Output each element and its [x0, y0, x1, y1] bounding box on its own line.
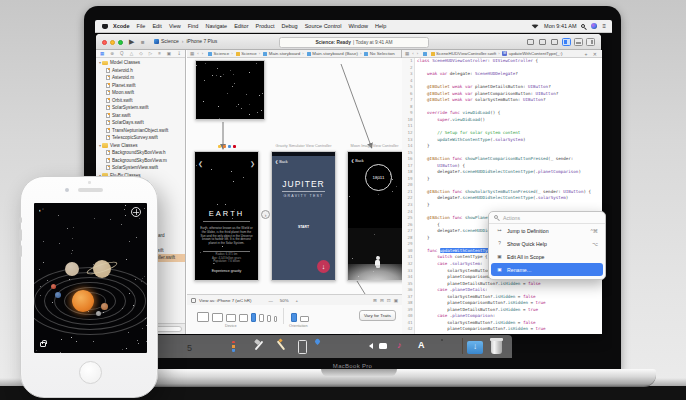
notification-center-icon[interactable]: ≡	[602, 23, 606, 29]
spotlight-icon[interactable]	[581, 24, 586, 29]
file-row[interactable]: BackgroundSkyBoxView.h	[96, 149, 185, 157]
disclosure-triangle-icon[interactable]: ▾	[99, 60, 101, 65]
siri-menu-icon[interactable]	[591, 23, 597, 29]
zoom-level[interactable]: 50%	[280, 298, 289, 303]
disclosure-triangle-icon[interactable]: ▾	[99, 143, 101, 148]
zoom-window-button[interactable]	[118, 40, 123, 45]
related-items-icon[interactable]: ▦	[190, 51, 194, 56]
breakpoint-navigator-icon[interactable]: ▣	[167, 51, 171, 56]
file-name[interactable]: SceneHUDViewController.swift	[436, 51, 496, 56]
device-option[interactable]	[274, 316, 278, 322]
related-items-icon[interactable]: ▦	[405, 51, 409, 56]
menu-item-file[interactable]: File	[137, 23, 146, 29]
breadcrumb-segment[interactable]: Main.storyboard	[269, 51, 300, 56]
menu-item-view[interactable]: View	[169, 23, 181, 29]
standard-editor-button[interactable]	[526, 38, 535, 46]
storyboard-scene-moon[interactable]: ❮ Back 18011	[347, 151, 402, 281]
report-navigator-icon[interactable]: ↧	[177, 51, 181, 56]
device-option[interactable]	[226, 314, 236, 323]
forward-icon[interactable]: ›	[202, 51, 203, 56]
menu-item-window[interactable]: Window	[348, 23, 368, 29]
menu-item-rename-[interactable]: ▣Rename…	[491, 263, 603, 276]
assistant-tab-ops[interactable]: + ✕	[585, 51, 600, 57]
menu-app-name[interactable]: Xcode	[113, 23, 130, 29]
device-option[interactable]	[239, 314, 248, 322]
debug-navigator-icon[interactable]: ≡	[158, 51, 161, 56]
find-navigator-icon[interactable]: △	[130, 51, 133, 56]
menu-item-editor[interactable]: Editor	[234, 23, 248, 29]
stop-button[interactable]: ■	[141, 39, 145, 45]
file-row[interactable]: SolarSystem.swift	[96, 104, 185, 112]
zoom-out-button[interactable]: —	[268, 298, 272, 303]
back-icon[interactable]: ‹	[197, 51, 198, 56]
file-row[interactable]: Planet.swift	[96, 82, 185, 90]
file-row[interactable]: Orbit.swift	[96, 97, 185, 105]
pin-icon[interactable]: ⊟	[380, 298, 384, 303]
dock-icon-downloads[interactable]	[466, 337, 484, 355]
menu-item-navigate[interactable]: Navigate	[205, 23, 227, 29]
storyboard-scene-starfield[interactable]	[195, 60, 265, 120]
device-option[interactable]	[197, 312, 209, 322]
landscape-orientation[interactable]	[300, 316, 309, 322]
menu-item-jump-to-definition[interactable]: ↦Jump to Definition^⌘	[491, 224, 603, 237]
run-button[interactable]: ▶	[129, 38, 134, 46]
menu-item-product[interactable]: Product	[256, 23, 275, 29]
actions-search-row[interactable]: Actions	[489, 212, 605, 224]
minimize-window-button[interactable]	[110, 40, 115, 45]
embed-icon[interactable]: ▣	[394, 298, 398, 303]
menu-item-edit[interactable]: Edit	[152, 23, 161, 29]
menu-item-edit-all-in-scope[interactable]: ▣Edit All in Scope	[491, 250, 603, 263]
zoom-in-button[interactable]: +	[296, 298, 299, 303]
device-preview-icon[interactable]	[191, 298, 196, 303]
device-option[interactable]	[212, 313, 223, 322]
storyboard-canvas[interactable]: Gravity Simulator View Controller Moon I…	[187, 58, 402, 294]
device-option-selected[interactable]	[251, 313, 256, 322]
file-row[interactable]: Moon.swift	[96, 89, 185, 97]
device-option[interactable]	[267, 315, 271, 322]
source-code-editor[interactable]: 1234567891011121314151617181920212223242…	[402, 58, 602, 334]
breadcrumb-segment[interactable]: Main.storyboard (Base)	[312, 51, 358, 56]
menu-clock[interactable]: Mon 9:41 AM	[544, 23, 576, 29]
breadcrumb-segment[interactable]: Science	[214, 51, 230, 56]
storyboard-scene-jupiter[interactable]: ❮ Back JUPITER GRAVITY TEST START ↓	[271, 151, 336, 281]
test-navigator-icon[interactable]: ▷	[149, 51, 152, 56]
assistant-jump-bar[interactable]: ▦ ‹ › SceneHUDViewController.swift › M u…	[402, 50, 602, 58]
issue-navigator-icon[interactable]: ◇	[139, 51, 142, 56]
navigator-toggle-button[interactable]	[562, 38, 571, 46]
menu-item-show-quick-help[interactable]: ?Show Quick Help⌥	[491, 237, 603, 250]
navigator-group-model-classes[interactable]: ▾Model Classes	[96, 59, 185, 67]
debug-area-toggle-button[interactable]	[574, 38, 583, 46]
symbol-name[interactable]: updateWithContentType(_:)	[509, 51, 563, 56]
scheme-selector[interactable]: Science›iPhone 7 Plus	[154, 38, 217, 44]
forward-icon[interactable]: ›	[417, 51, 418, 56]
menu-item-debug[interactable]: Debug	[281, 23, 297, 29]
back-icon[interactable]: ‹	[412, 51, 413, 56]
view-as-label[interactable]: View as: iPhone 7 (wC hR)	[199, 298, 251, 303]
file-row[interactable]: SolarSystemView.swift	[96, 164, 185, 172]
align-icon[interactable]: ⊞	[373, 298, 377, 303]
breadcrumb-segment[interactable]: No Selection	[370, 51, 395, 56]
file-row[interactable]: BackgroundSkyBoxView.m	[96, 157, 185, 165]
apple-menu-icon[interactable]	[102, 23, 108, 29]
file-row[interactable]: TransNeptunianObject.swift	[96, 127, 185, 135]
vary-for-traits-button[interactable]: Vary for Traits	[359, 310, 396, 321]
assistant-editor-button[interactable]	[538, 38, 547, 46]
source-control-navigator-icon[interactable]: ⊛	[110, 51, 114, 56]
ib-jump-bar[interactable]: ▦ ‹ › Science›Science›Main.storyboard›Ma…	[187, 50, 401, 58]
storyboard-scene-earth[interactable]: ❮ ❯ EARTH Earth, otherwise known as the …	[194, 151, 259, 281]
resolve-autolayout-icon[interactable]: ⊡	[387, 298, 391, 303]
project-navigator-icon[interactable]: ▦	[100, 51, 104, 56]
scene-dock-icons[interactable]	[218, 145, 236, 148]
utilities-toggle-button[interactable]	[586, 38, 595, 46]
file-row[interactable]: SolarDays.swift	[96, 119, 185, 127]
file-row[interactable]: Asteroid.h	[96, 67, 185, 75]
file-row[interactable]: Asteroid.m	[96, 74, 185, 82]
menu-item-help[interactable]: Help	[375, 23, 386, 29]
menu-item-find[interactable]: Find	[188, 23, 199, 29]
device-option[interactable]	[259, 314, 264, 322]
segue-link-node[interactable]: ›	[261, 210, 270, 219]
version-editor-button[interactable]	[550, 38, 559, 46]
wifi-icon[interactable]	[531, 24, 539, 29]
file-row[interactable]: TelescopicSurvey.swift	[96, 134, 185, 142]
breadcrumb-segment[interactable]: Science	[241, 51, 257, 56]
